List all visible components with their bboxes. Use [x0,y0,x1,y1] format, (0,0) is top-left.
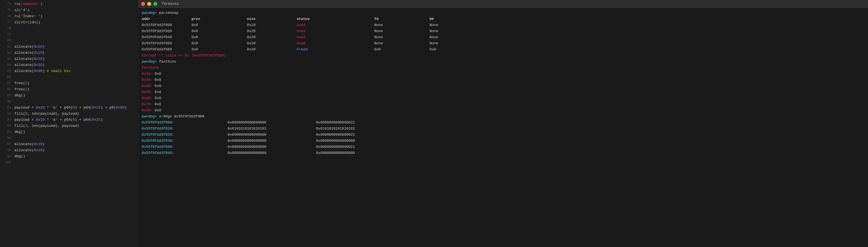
heap-status: Used [297,40,374,47]
line-number: 92 [2,111,11,117]
line-content [14,74,17,80]
terminal-line: fastbins [142,65,865,71]
mem-addr: 0x55f0fdd3f000: [142,120,227,126]
line-number: 95 [2,129,11,135]
heap-bk: None [430,34,485,40]
line-number: 82 [2,50,11,56]
line-content: sl('4') [14,7,30,13]
fastbin-val: 0x0 [155,90,161,94]
code-line: 88free(1) [0,86,138,92]
line-content: ru('Index: ') [14,13,42,20]
terminal-line: 0x55f0fdd3f020:0x00000000000000000x00000… [142,132,865,138]
code-line: 99dbg() [0,153,138,159]
fastbin-key: 0x50: [142,90,153,94]
line-number: 75 [2,7,11,13]
code-line: 77sl(str(idx)) [0,20,138,26]
fastbin-key: 0x80: [142,108,153,113]
line-content [14,26,17,32]
prompt: pwndbg> [142,114,157,119]
line-number: 84 [2,62,11,68]
line-number: 87 [2,80,11,86]
terminal-line: 0x55f0fdd3f0400x00x20UsedNoneNone [142,34,865,40]
code-line: 87free(2) [0,80,138,86]
fastbin-val: 0x0 [155,108,161,113]
fastbin-key: 0x20: [142,72,153,76]
fastbin-key: 0x70: [142,102,153,106]
heap-addr: 0x55f0fdd3f060 [142,40,191,47]
line-content [14,38,17,44]
terminal-line: 0x55f0fdd3f030:0x00000000000000000x00000… [142,138,865,144]
terminal-line: 0x55f0fdd3f010:0x61616161616161610x61616… [142,126,865,132]
code-line: 94fill(3, len(payload), payload) [0,123,138,129]
terminal-titlebar: Terminal [138,0,868,8]
mem-addr: 0x55f0fdd3f030: [142,138,227,144]
heap-status: Used [297,22,374,28]
terminal-line: 0x40: 0x0 [142,83,865,89]
maximize-button[interactable] [153,2,157,6]
close-button[interactable] [141,2,145,6]
terminal-body[interactable]: pwndbg> parseheapaddrprevsizestatusfdbk0… [138,8,868,247]
fastbin-key: 0x30: [142,78,153,82]
heap-addr: 0x55f0fdd3f080 [142,47,191,53]
minimize-button[interactable] [147,2,151,6]
terminal-line: addrprevsizestatusfdbk [142,16,865,22]
code-line: 78 [0,26,138,32]
terminal-line: 0x55f0fdd3f0600x00x20UsedNoneNone [142,40,865,47]
line-number: 81 [2,44,11,50]
mem-val2: 0x0000000000000021 [316,120,405,126]
terminal-line: 0x55f0fdd3f050:0x00000000000000000x00000… [142,150,865,156]
code-line: 84allocate(0x10) [0,62,138,68]
line-number: 85 [2,68,11,74]
heap-bk: None [430,28,485,34]
mem-val1: 0x0000000000000000 [227,132,316,138]
code-line: 98allocate(0x10) [0,147,138,153]
terminal-line: 0x55f0fdd3f040:0x00000000000000000x00000… [142,144,865,150]
col-size: size [247,16,297,22]
code-line: 81allocate(0x10) [0,44,138,50]
mem-val2: 0x0000000000000000 [316,150,405,156]
line-number: 100 [2,159,11,165]
heap-prev: 0x0 [191,34,247,40]
heap-size: 0x20 [247,40,297,47]
line-number: 89 [2,92,11,99]
line-content [14,32,17,38]
heap-fd: None [374,28,430,34]
col-prev: prev [191,16,247,22]
heap-bk: None [430,40,485,47]
terminal-line: pwndbg> parseheap [142,10,865,16]
mem-val1: 0x6161616161616161 [227,126,316,132]
line-content: dbg() [14,92,25,99]
mem-addr: 0x55f0fdd3f040: [142,144,227,150]
col-bk: bk [430,16,485,22]
code-line: 83allocate(0x10) [0,56,138,62]
terminal-line: Corrupt !! (size == 0) (0x55f0fdd3f0a0) [142,53,865,59]
code-line: 97allocate(0x10) [0,141,138,147]
heap-size: 0x20 [247,22,297,28]
line-content [14,159,17,165]
line-content: fill(3, len(payload), payload) [14,123,79,129]
line-number: 93 [2,117,11,123]
col-addr: addr [142,16,191,22]
heap-size: 0x20 [247,47,297,53]
code-line: 93payload = 0x10 * 'a' + p64(0) + p64(0x… [0,117,138,123]
command: x/40gx 0x55f0fdd3f000 [159,114,204,119]
heap-prev: 0x0 [191,28,247,34]
line-content: sl(str(idx)) [14,20,40,26]
line-number: 74 [2,1,11,7]
col-fd: fd [374,16,430,22]
heap-fd: None [374,40,430,47]
line-content: allocate(0x10) [14,147,44,153]
fastbin-key: 0x40: [142,84,153,88]
line-number: 80 [2,38,11,44]
line-content: payload = 0x10 * 'a' + p64(0) + p64(0x21… [14,105,127,111]
terminal-line: 0x50: 0x0 [142,89,865,95]
heap-fd: None [374,22,430,28]
heap-size: 0x20 [247,34,297,40]
code-line: 95dbg() [0,129,138,135]
mem-val2: 0x6161616161616161 [316,126,405,132]
code-line: 89dbg() [0,92,138,99]
code-line: 90 [0,99,138,105]
line-number: 88 [2,86,11,92]
code-line: 82allocate(0x10) [0,50,138,56]
heap-prev: 0x0 [191,47,247,53]
